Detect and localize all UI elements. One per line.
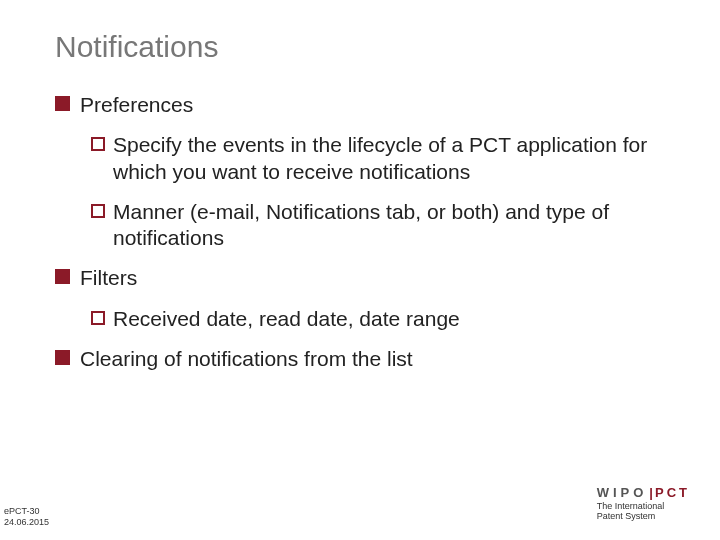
bullet-label: Filters [80, 265, 137, 291]
sub-bullet: Received date, read date, date range [91, 306, 665, 332]
bullet-filters: Filters [55, 265, 665, 291]
brand-wipo: WIPO [597, 485, 648, 500]
sub-bullet: Specify the events in the lifecycle of a… [91, 132, 665, 185]
square-filled-icon [55, 96, 70, 111]
bullet-preferences: Preferences [55, 92, 665, 118]
footer-left: ePCT-30 24.06.2015 [4, 506, 49, 528]
brand-separator-icon: | [649, 485, 653, 500]
sub-bullet-text: Specify the events in the lifecycle of a… [113, 132, 653, 185]
bullet-clearing: Clearing of notifications from the list [55, 346, 665, 372]
square-outline-icon [91, 137, 105, 151]
brand-tagline: The International Patent System [597, 502, 690, 522]
square-outline-icon [91, 204, 105, 218]
sub-bullet-text: Received date, read date, date range [113, 306, 460, 332]
sub-bullet-text: Manner (e-mail, Notifications tab, or bo… [113, 199, 653, 252]
tagline-line: Patent System [597, 512, 690, 522]
bullet-label: Clearing of notifications from the list [80, 346, 413, 372]
page-title: Notifications [55, 30, 665, 64]
slide-date: 24.06.2015 [4, 517, 49, 528]
slide: Notifications Preferences Specify the ev… [0, 0, 720, 540]
footer-right: WIPO|PCT The International Patent System [597, 485, 690, 522]
sub-bullet: Manner (e-mail, Notifications tab, or bo… [91, 199, 665, 252]
brand-pct: PCT [655, 485, 690, 500]
brand-logo: WIPO|PCT [597, 485, 690, 500]
square-outline-icon [91, 311, 105, 325]
slide-code: ePCT-30 [4, 506, 49, 517]
bullet-label: Preferences [80, 92, 193, 118]
square-filled-icon [55, 350, 70, 365]
square-filled-icon [55, 269, 70, 284]
